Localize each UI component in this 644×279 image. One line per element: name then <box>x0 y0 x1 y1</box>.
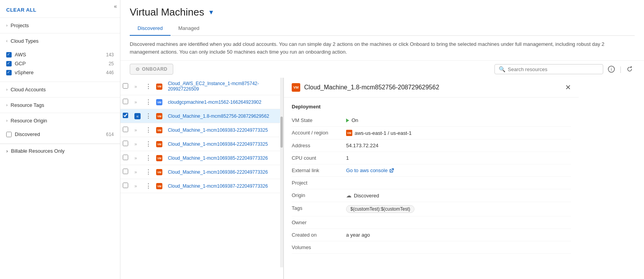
row-checkbox[interactable] <box>123 183 128 188</box>
detail-field-row: Tags $(customTest):$(customTest) <box>292 202 571 216</box>
field-label: Account / region <box>292 130 346 136</box>
row-checkbox[interactable] <box>123 141 128 146</box>
toolbar: ⊙ ONBOARD 🔍 i | <box>120 61 644 78</box>
row-name[interactable]: Cloud_Machine_1-mcm1069387-222049773326 <box>165 179 283 193</box>
onboard-label: ONBOARD <box>142 66 168 72</box>
gcp-checkbox[interactable] <box>6 61 12 66</box>
field-value-container: a year ago <box>346 232 571 238</box>
row-checkbox[interactable] <box>123 169 128 174</box>
field-value-container: On <box>346 117 571 123</box>
vsphere-label: vSphere <box>15 70 33 75</box>
row-menu-btn[interactable]: ⋮ <box>145 126 151 134</box>
clear-all-btn[interactable]: CLEAR ALL <box>0 0 120 18</box>
row-name[interactable]: Cloud_Machine_1-mcm1069385-222049773326 <box>165 151 283 165</box>
field-label: CPU count <box>292 155 346 161</box>
projects-section: › Projects <box>0 18 120 33</box>
table-area: » ⋮ VM Cloud_AWS_EC2_Instance_1-mcm87574… <box>120 78 284 279</box>
tabs-container: Discovered Managed <box>130 21 635 36</box>
row-checkbox[interactable] <box>123 155 128 160</box>
cloud-accounts-header[interactable]: › Cloud Accounts <box>0 82 120 97</box>
resource-origin-label: Resource Origin <box>10 118 47 124</box>
row-expand-btn[interactable]: » <box>134 99 137 105</box>
table-row: « ⋮ VM Cloud_Machine_1.8-mcm852756-20872… <box>120 109 283 123</box>
billable-section: › Billable Resources Only <box>0 144 120 158</box>
cloud-types-header[interactable]: ‹ Cloud Types <box>0 33 120 49</box>
field-label: Project <box>292 180 346 186</box>
table-scroll[interactable]: » ⋮ VM Cloud_AWS_EC2_Instance_1-mcm87574… <box>120 78 283 279</box>
close-detail-btn[interactable]: ✕ <box>565 83 571 92</box>
vertical-scrollbar[interactable] <box>280 78 283 267</box>
row-checkbox[interactable] <box>123 83 128 89</box>
field-value-container: Go to aws console <box>346 167 571 173</box>
row-menu-btn[interactable]: ⋮ <box>145 98 151 106</box>
detail-field-row: Account / region VMaws-us-east-1 / us-ea… <box>292 127 571 140</box>
detail-field-row: Volumes <box>292 241 571 254</box>
row-name[interactable]: Cloud_Machine_1-mcm1069386-222049773326 <box>165 165 283 179</box>
row-vm-icon: VM <box>156 84 162 90</box>
cloud-types-chevron: ‹ <box>6 39 7 43</box>
external-link[interactable]: Go to aws console <box>346 167 571 173</box>
projects-header[interactable]: › Projects <box>0 18 120 33</box>
cloud-types-section: ‹ Cloud Types AWS 143 GCP 25 <box>0 33 120 82</box>
origin-value: ☁Discovered <box>346 192 571 199</box>
page-header: Virtual Machines ▼ Discovered Managed <box>120 0 644 36</box>
aws-filter-item: AWS 143 <box>6 50 114 59</box>
row-checkbox[interactable] <box>123 127 128 132</box>
gcp-filter-item: GCP 25 <box>6 59 114 68</box>
row-checkbox[interactable] <box>123 99 128 104</box>
field-label: Tags <box>292 205 346 211</box>
row-expand-btn[interactable]: » <box>134 169 137 175</box>
row-name[interactable]: Cloud_AWS_EC2_Instance_1-mcm875742-20992… <box>165 78 283 95</box>
detail-field-row: VM State On <box>292 114 571 127</box>
row-menu-btn[interactable]: ⋮ <box>145 168 151 176</box>
row-expand-btn[interactable]: » <box>134 84 137 89</box>
row-expand-btn[interactable]: » <box>134 183 137 189</box>
table-row: » ⋮ VM cloudgcpmachine1-mcm1562-16626492… <box>120 95 283 109</box>
row-name[interactable]: Cloud_Machine_1-mcm1069384-222049773325 <box>165 137 283 151</box>
info-button[interactable]: i <box>606 64 616 74</box>
row-collapse-btn[interactable]: « <box>134 113 141 119</box>
row-expand-btn[interactable]: » <box>134 155 137 161</box>
info-icon: i <box>608 66 615 73</box>
row-vm-icon: VM <box>156 155 162 161</box>
row-name[interactable]: Cloud_Machine_1-mcm1069383-222049773325 <box>165 123 283 137</box>
row-menu-btn[interactable]: ⋮ <box>145 182 151 190</box>
field-label: External link <box>292 167 346 173</box>
billable-chevron: › <box>6 148 8 154</box>
refresh-button[interactable] <box>625 64 635 74</box>
billable-header[interactable]: › Billable Resources Only <box>6 148 114 154</box>
search-input[interactable] <box>508 66 599 72</box>
resource-tags-header[interactable]: › Resource Tags <box>0 98 120 113</box>
cloud-accounts-label: Cloud Accounts <box>10 87 45 92</box>
onboard-button[interactable]: ⊙ ONBOARD <box>130 64 173 75</box>
account-value: VMaws-us-east-1 / us-east-1 <box>346 130 571 136</box>
divider: | <box>620 65 621 73</box>
account-icon: VM <box>346 130 352 136</box>
row-checkbox[interactable] <box>123 113 128 118</box>
row-expand-btn[interactable]: » <box>134 141 137 147</box>
row-name[interactable]: Cloud_Machine_1.8-mcm852756-208729629562 <box>165 109 283 123</box>
projects-label: Projects <box>10 23 29 28</box>
search-box[interactable]: 🔍 <box>494 64 603 74</box>
filter-funnel-icon[interactable]: ▼ <box>208 9 214 16</box>
tab-discovered[interactable]: Discovered <box>130 21 171 36</box>
row-menu-btn[interactable]: ⋮ <box>145 112 151 120</box>
discovered-checkbox[interactable] <box>6 132 12 137</box>
aws-checkbox[interactable] <box>6 52 12 58</box>
resource-origin-section: › Resource Origin Discovered 614 <box>0 113 120 144</box>
sidebar: « CLEAR ALL › Projects ‹ Cloud Types AWS… <box>0 0 120 279</box>
row-name[interactable]: cloudgcpmachine1-mcm1562-166264923902 <box>165 95 283 109</box>
sidebar-collapse-btn[interactable]: « <box>114 3 117 9</box>
resource-origin-header[interactable]: › Resource Origin <box>0 113 120 128</box>
tab-managed[interactable]: Managed <box>171 21 207 36</box>
projects-chevron: › <box>6 23 7 28</box>
field-label: Volumes <box>292 244 346 250</box>
row-expand-btn[interactable]: » <box>134 127 137 133</box>
row-menu-btn[interactable]: ⋮ <box>145 154 151 162</box>
row-menu-btn[interactable]: ⋮ <box>145 140 151 148</box>
external-link-icon <box>389 168 394 173</box>
vsphere-checkbox[interactable] <box>6 70 12 75</box>
gcp-count: 25 <box>109 61 114 66</box>
row-menu-btn[interactable]: ⋮ <box>145 83 151 90</box>
row-vm-icon: VM <box>156 99 162 105</box>
